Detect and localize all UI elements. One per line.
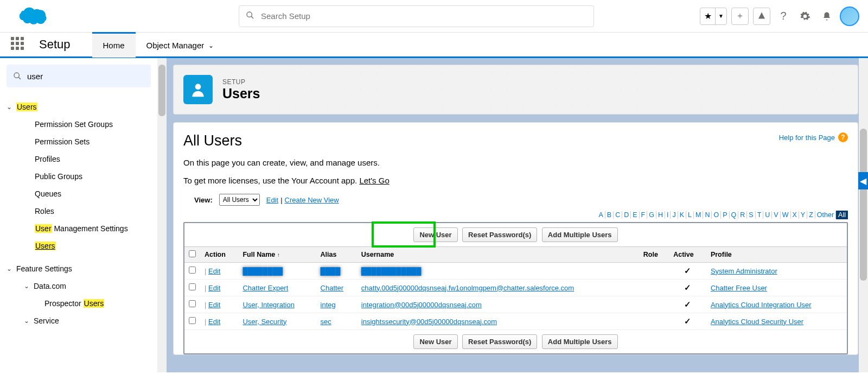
sidebar-scrollbar[interactable]	[157, 58, 167, 372]
tab-object-manager[interactable]: Object Manager ⌄	[136, 32, 225, 58]
alpha-letter[interactable]: O	[712, 211, 721, 219]
alpha-letter[interactable]: U	[763, 211, 772, 219]
tab-home[interactable]: Home	[92, 32, 136, 58]
reset-password-button[interactable]: Reset Password(s)	[462, 227, 537, 242]
col-active[interactable]: Active	[669, 247, 706, 263]
edit-link[interactable]: Edit	[208, 301, 220, 309]
lets-go-link[interactable]: Let's Go	[359, 176, 389, 185]
sidebar-item-data-com[interactable]: ⌄ Data.com	[7, 277, 151, 295]
avatar[interactable]	[840, 7, 859, 26]
username-link[interactable]: integration@00d5j00000dqsnseaj.com	[361, 301, 482, 309]
alpha-letter[interactable]: X	[791, 211, 799, 219]
content-scrollbar[interactable]	[859, 58, 868, 372]
sidebar-search[interactable]	[7, 65, 151, 87]
app-launcher-icon[interactable]	[11, 37, 26, 52]
alpha-letter[interactable]: M	[694, 211, 703, 219]
row-checkbox[interactable]	[189, 317, 196, 324]
sidebar-item-feature-settings[interactable]: ⌄ Feature Settings	[7, 260, 151, 277]
help-icon[interactable]: ?	[775, 8, 792, 25]
sidebar-item-perm-set-groups[interactable]: Permission Set Groups	[7, 116, 151, 133]
sidebar-item-prospector-users[interactable]: Prospector Users	[7, 295, 151, 312]
sidebar-item-user-mgmt[interactable]: User Management Settings	[7, 220, 151, 237]
favorites-group[interactable]: ★ ▼	[700, 8, 727, 25]
username-link[interactable]: chatty.00d5j00000dqsnseaj.fw1onolmgpem@c…	[361, 284, 574, 292]
profile-link[interactable]: System Administrator	[711, 267, 777, 275]
sidebar-item-profiles[interactable]: Profiles	[7, 150, 151, 168]
bell-icon[interactable]	[818, 8, 835, 25]
sidebar-item-public-groups[interactable]: Public Groups	[7, 168, 151, 185]
gear-icon[interactable]	[796, 8, 814, 25]
profile-link[interactable]: Analytics Cloud Integration User	[711, 301, 812, 309]
alias-link[interactable]: integ	[321, 301, 336, 309]
favorites-dropdown[interactable]: ▼	[716, 8, 726, 24]
sidebar-search-input[interactable]	[27, 72, 144, 81]
alpha-letter[interactable]: H	[656, 211, 665, 219]
sidebar-item-users-root[interactable]: ⌄ Users	[7, 98, 151, 116]
alpha-letter[interactable]: K	[678, 211, 686, 219]
col-role[interactable]: Role	[639, 247, 669, 263]
edit-link[interactable]: Edit	[208, 318, 220, 326]
plus-icon[interactable]: ＋	[731, 8, 749, 25]
sidebar-item-roles[interactable]: Roles	[7, 202, 151, 220]
col-profile[interactable]: Profile	[706, 247, 847, 263]
help-link[interactable]: Help for this Page ?	[779, 132, 848, 142]
col-alias[interactable]: Alias	[316, 247, 357, 263]
alias-link[interactable]: ████	[321, 267, 341, 275]
edit-link[interactable]: Edit	[208, 284, 220, 292]
alias-link[interactable]: Chatter	[321, 284, 344, 292]
edit-view-link[interactable]: Edit	[266, 196, 278, 204]
username-link[interactable]: insightssecurity@00d5j00000dqsnseaj.com	[361, 318, 497, 326]
reset-password-button-bottom[interactable]: Reset Password(s)	[462, 334, 537, 349]
alpha-letter[interactable]: J	[671, 211, 678, 219]
alpha-letter[interactable]: C	[614, 211, 622, 219]
row-checkbox[interactable]	[189, 267, 196, 274]
alpha-letter[interactable]: Q	[730, 211, 739, 219]
alpha-letter[interactable]: S	[747, 211, 755, 219]
full-name-link[interactable]: User, Security	[242, 318, 286, 326]
view-select[interactable]: All Users	[219, 194, 260, 206]
sidebar-item-service[interactable]: ⌄ Service	[7, 312, 151, 329]
sidebar-item-users[interactable]: Users	[7, 237, 151, 255]
alpha-letter[interactable]: V	[772, 211, 780, 219]
row-checkbox[interactable]	[189, 300, 196, 307]
sidebar-item-queues[interactable]: Queues	[7, 185, 151, 202]
alpha-letter[interactable]: R	[738, 211, 747, 219]
alias-link[interactable]: sec	[321, 318, 331, 326]
panel-handle[interactable]: ◀	[858, 172, 868, 189]
create-view-link[interactable]: Create New View	[285, 196, 339, 204]
sidebar-item-perm-sets[interactable]: Permission Sets	[7, 133, 151, 150]
alpha-letter[interactable]: Z	[807, 211, 815, 219]
alpha-letter[interactable]: I	[665, 211, 671, 219]
alpha-all[interactable]: All	[836, 211, 848, 219]
alpha-letter[interactable]: D	[622, 211, 631, 219]
select-all-checkbox[interactable]	[189, 250, 196, 257]
alpha-letter[interactable]: A	[597, 211, 605, 219]
profile-link[interactable]: Chatter Free User	[711, 284, 767, 292]
full-name-link[interactable]: Chatter Expert	[242, 284, 288, 292]
profile-link[interactable]: Analytics Cloud Security User	[711, 318, 803, 326]
salesforce-help-icon[interactable]	[753, 8, 770, 25]
add-multiple-users-button[interactable]: Add Multiple Users	[542, 227, 618, 242]
full-name-link[interactable]: ████████	[242, 267, 283, 275]
alpha-letter[interactable]: Y	[799, 211, 807, 219]
alpha-letter[interactable]: L	[686, 211, 694, 219]
col-full-name[interactable]: Full Name ↑	[238, 247, 316, 263]
global-search[interactable]	[239, 5, 594, 27]
alpha-other[interactable]: Other	[815, 211, 836, 219]
alpha-letter[interactable]: G	[647, 211, 656, 219]
new-user-button-bottom[interactable]: New User	[413, 334, 457, 349]
add-multiple-users-button-bottom[interactable]: Add Multiple Users	[542, 334, 618, 349]
global-search-input[interactable]	[261, 11, 587, 21]
alpha-letter[interactable]: N	[703, 211, 712, 219]
alpha-letter[interactable]: B	[605, 211, 614, 219]
alpha-letter[interactable]: P	[721, 211, 729, 219]
full-name-link[interactable]: User, Integration	[242, 301, 294, 309]
row-checkbox[interactable]	[189, 283, 196, 290]
alpha-letter[interactable]: E	[631, 211, 639, 219]
col-username[interactable]: Username	[357, 247, 639, 263]
col-action[interactable]: Action	[200, 247, 238, 263]
edit-link[interactable]: Edit	[208, 267, 220, 275]
username-link[interactable]: ████████████	[361, 267, 422, 275]
new-user-button[interactable]: New User	[413, 227, 457, 242]
alpha-letter[interactable]: F	[640, 211, 648, 219]
